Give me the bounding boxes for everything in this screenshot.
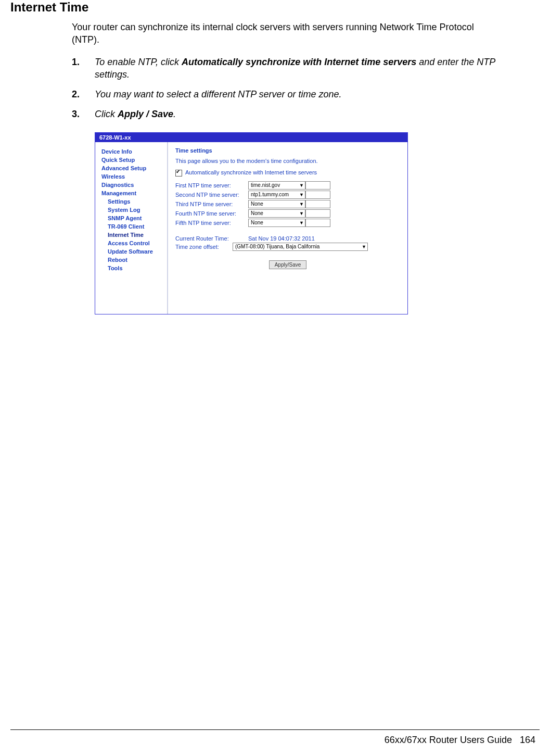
sidebar-item-diagnostics[interactable]: Diagnostics	[101, 181, 164, 189]
step-number: 1.	[72, 56, 95, 81]
footer-rule	[10, 729, 540, 730]
chevron-down-icon: ▼	[296, 192, 304, 197]
sidebar-item-system-log[interactable]: System Log	[101, 206, 164, 214]
step-text: You may want to select a different NTP s…	[95, 88, 498, 100]
chevron-down-icon: ▼	[296, 201, 304, 207]
footer-page: 164	[520, 735, 535, 745]
step-text: Click Apply / Save.	[95, 108, 498, 120]
current-time-value: Sat Nov 19 04:07:32 2011	[248, 235, 315, 242]
timezone-label: Time zone offset:	[175, 244, 233, 250]
sidebar-item-access-control[interactable]: Access Control	[101, 239, 164, 247]
sidebar-item-snmp-agent[interactable]: SNMP Agent	[101, 214, 164, 222]
ntp-input-1[interactable]	[305, 181, 330, 190]
footer: 66xx/67xx Router Users Guide 164	[385, 735, 535, 746]
step-2: 2. You may want to select a different NT…	[72, 88, 498, 100]
sidebar-item-wireless[interactable]: Wireless	[101, 172, 164, 181]
chevron-down-icon: ▼	[296, 220, 304, 225]
ntp-label: Fourth NTP time server:	[175, 210, 248, 217]
current-time-label: Current Router Time:	[175, 235, 248, 242]
ntp-select-4[interactable]: None▼	[248, 209, 305, 218]
sidebar-item-tools[interactable]: Tools	[101, 264, 164, 272]
ntp-input-2[interactable]	[305, 191, 330, 199]
ntp-label: Fifth NTP time server:	[175, 220, 248, 226]
router-screenshot: 6728-W1-xx Device Info Quick Setup Advan…	[95, 132, 408, 314]
chevron-down-icon: ▼	[359, 244, 366, 249]
step-text: To enable NTP, click Automatically synch…	[95, 56, 498, 81]
ntp-row-5: Fifth NTP time server: None▼	[175, 219, 400, 227]
ntp-row-1: First NTP time server: time.nist.gov▼	[175, 181, 400, 190]
sidebar-item-advanced-setup[interactable]: Advanced Setup	[101, 164, 164, 172]
panel-description: This page allows you to the modem's time…	[175, 158, 400, 164]
chevron-down-icon: ▼	[296, 183, 304, 188]
step-number: 3.	[72, 108, 95, 120]
ntp-select-2[interactable]: ntp1.tummy.com▼	[248, 191, 305, 199]
ntp-select-1[interactable]: time.nist.gov▼	[248, 181, 305, 190]
chevron-down-icon: ▼	[296, 211, 304, 216]
current-time-row: Current Router Time: Sat Nov 19 04:07:32…	[175, 235, 400, 242]
ntp-input-5[interactable]	[305, 219, 330, 227]
ntp-input-4[interactable]	[305, 209, 330, 218]
timezone-row: Time zone offset: (GMT-08:00) Tijuana, B…	[175, 243, 400, 251]
panel-title: Time settings	[175, 147, 400, 154]
sidebar-item-tr069-client[interactable]: TR-069 Client	[101, 222, 164, 231]
page-title: Internet Time	[10, 0, 540, 15]
steps-list: 1. To enable NTP, click Automatically sy…	[72, 56, 498, 121]
sidebar-item-update-software[interactable]: Update Software	[101, 247, 164, 256]
step-1: 1. To enable NTP, click Automatically sy…	[72, 56, 498, 81]
auto-sync-label: Automatically synchronize with Internet …	[185, 169, 317, 175]
ntp-input-3[interactable]	[305, 200, 330, 208]
sidebar-item-internet-time[interactable]: Internet Time	[101, 231, 164, 239]
step-3: 3. Click Apply / Save.	[72, 108, 498, 120]
ntp-select-3[interactable]: None▼	[248, 200, 305, 208]
auto-sync-checkbox[interactable]	[175, 170, 182, 177]
ntp-row-4: Fourth NTP time server: None▼	[175, 209, 400, 218]
router-sidebar: Device Info Quick Setup Advanced Setup W…	[95, 142, 168, 314]
intro-paragraph: Your router can synchronize its internal…	[72, 21, 498, 46]
sidebar-item-settings[interactable]: Settings	[101, 197, 164, 206]
auto-sync-row: Automatically synchronize with Internet …	[175, 169, 400, 176]
router-titlebar: 6728-W1-xx	[95, 133, 407, 142]
ntp-label: Second NTP time server:	[175, 192, 248, 198]
sidebar-item-management[interactable]: Management	[101, 189, 164, 197]
sidebar-item-reboot[interactable]: Reboot	[101, 256, 164, 264]
sidebar-item-device-info[interactable]: Device Info	[101, 147, 164, 156]
ntp-label: Third NTP time server:	[175, 201, 248, 207]
ntp-row-3: Third NTP time server: None▼	[175, 200, 400, 208]
step-number: 2.	[72, 88, 95, 100]
sidebar-item-quick-setup[interactable]: Quick Setup	[101, 156, 164, 164]
router-main: Time settings This page allows you to th…	[168, 142, 407, 314]
timezone-select[interactable]: (GMT-08:00) Tijuana, Baja California▼	[233, 243, 368, 251]
apply-save-button[interactable]: Apply/Save	[269, 260, 307, 269]
ntp-label: First NTP time server:	[175, 182, 248, 188]
footer-guide: 66xx/67xx Router Users Guide	[385, 735, 512, 745]
ntp-row-2: Second NTP time server: ntp1.tummy.com▼	[175, 191, 400, 199]
ntp-select-5[interactable]: None▼	[248, 219, 305, 227]
